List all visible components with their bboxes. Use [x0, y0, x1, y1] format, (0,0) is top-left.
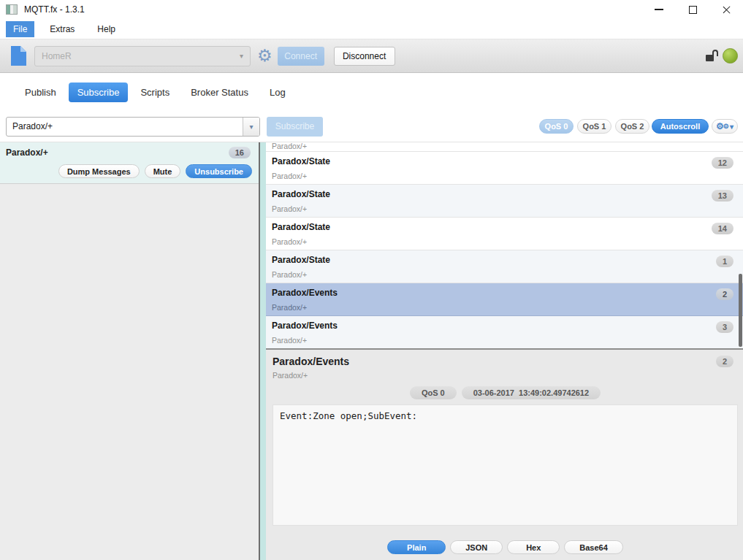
maximize-icon: [689, 6, 697, 14]
detail-topic: Paradox/Events: [273, 356, 349, 367]
minimize-button[interactable]: [642, 0, 676, 19]
message-count-badge: 12: [712, 157, 734, 169]
menu-item-help[interactable]: Help: [90, 21, 123, 37]
message-subtopic: Paradox/+: [272, 270, 737, 279]
qos-button-qos-1[interactable]: QoS 1: [577, 119, 611, 134]
unsubscribe-button[interactable]: Unsubscribe: [186, 164, 252, 178]
message-row[interactable]: Paradox/State13Paradox/+: [266, 185, 743, 218]
message-topic: Paradox/State: [272, 189, 737, 199]
main-area: Paradox/+ 16 Dump Messages Mute Unsubscr…: [0, 142, 743, 560]
profile-value: HomeR: [42, 51, 72, 61]
lock-open-icon: [706, 50, 719, 62]
dump-messages-button[interactable]: Dump Messages: [58, 164, 140, 178]
qos-button-qos-2[interactable]: QoS 2: [615, 119, 649, 134]
message-topic: Paradox/Events: [272, 288, 737, 298]
format-button-json[interactable]: JSON: [450, 540, 503, 554]
subscriptions-panel: Paradox/+ 16 Dump Messages Mute Unsubscr…: [0, 142, 260, 560]
message-topic: Paradox/State: [272, 255, 737, 265]
mqttfx-window: MQTT.fx - 1.3.1 FileExtrasHelp HomeR ▾ ⚙…: [0, 0, 743, 560]
chevron-down-icon: ▾: [730, 123, 734, 131]
message-count-badge: 1: [716, 256, 734, 267]
message-list: Paradox/+Paradox/State12Paradox/+Paradox…: [266, 142, 743, 350]
tab-subscribe[interactable]: Subscribe: [69, 83, 129, 102]
payload-format-buttons: PlainJSONHexBase64: [273, 540, 738, 554]
minimize-icon: [655, 9, 663, 10]
connect-button[interactable]: Connect: [278, 47, 324, 66]
subscription-options-button[interactable]: ⚙⚙▾: [712, 119, 738, 134]
detail-qos-badge: QoS 0: [410, 386, 457, 399]
gear-icon: ⚙: [723, 123, 729, 130]
format-button-plain[interactable]: Plain: [387, 540, 446, 554]
message-count-badge: 3: [716, 321, 734, 333]
close-icon: [722, 5, 731, 15]
mute-button[interactable]: Mute: [145, 164, 181, 178]
subscription-color-stripe: [260, 142, 266, 560]
qos-group: QoS 0QoS 1QoS 2: [539, 119, 649, 134]
title-bar: MQTT.fx - 1.3.1: [0, 0, 743, 19]
message-topic: Paradox/State: [272, 222, 737, 232]
subscription-count-badge: 16: [229, 147, 251, 158]
main-tabs: PublishSubscribeScriptsBroker StatusLog: [0, 73, 743, 111]
message-subtopic: Paradox/+: [272, 336, 737, 345]
chevron-down-icon: ▾: [240, 52, 243, 60]
profile-select[interactable]: HomeR ▾: [34, 46, 251, 66]
maximize-button[interactable]: [676, 0, 709, 19]
message-topic: Paradox/Events: [272, 321, 737, 331]
autoscroll-button[interactable]: Autoscroll: [652, 119, 709, 134]
message-row[interactable]: Paradox/State12Paradox/+: [266, 152, 743, 185]
topic-value: Paradox/+: [7, 118, 243, 136]
message-subtopic: Paradox/+: [272, 172, 737, 180]
message-subtopic: Paradox/+: [272, 142, 307, 150]
window-controls: [642, 0, 743, 19]
subscription-topic: Paradox/+: [6, 147, 48, 158]
subscribe-controls: Paradox/+ ▾ Subscribe QoS 0QoS 1QoS 2 Au…: [0, 111, 743, 142]
payload-text: Event:Zone open;SubEvent:: [273, 404, 738, 526]
message-row[interactable]: Paradox/State14Paradox/+: [266, 218, 743, 250]
disconnect-button[interactable]: Disconnect: [334, 47, 395, 66]
message-count-badge: 13: [712, 190, 734, 202]
topic-input[interactable]: Paradox/+ ▾: [6, 117, 260, 137]
message-row[interactable]: Paradox/Events2Paradox/+: [266, 283, 743, 316]
qos-button-qos-0[interactable]: QoS 0: [539, 119, 574, 134]
new-profile-icon[interactable]: [10, 45, 27, 66]
message-row[interactable]: Paradox/State1Paradox/+: [266, 250, 743, 283]
tab-log[interactable]: Log: [261, 83, 294, 102]
tab-publish[interactable]: Publish: [16, 83, 65, 102]
message-count-badge: 14: [712, 223, 734, 234]
format-button-hex[interactable]: Hex: [507, 540, 560, 554]
message-count-badge: 2: [716, 288, 734, 300]
message-subtopic: Paradox/+: [272, 303, 737, 312]
menu-item-extras[interactable]: Extras: [42, 21, 82, 37]
tab-scripts[interactable]: Scripts: [132, 83, 178, 102]
format-button-base64[interactable]: Base64: [564, 540, 623, 554]
message-subtopic: Paradox/+: [272, 237, 737, 246]
message-topic: Paradox/State: [272, 156, 737, 166]
chevron-down-icon: ▾: [249, 123, 253, 131]
close-button[interactable]: [709, 0, 743, 19]
connection-status-icon: [723, 48, 738, 64]
scrollbar-thumb[interactable]: [739, 274, 742, 347]
app-icon: [6, 4, 18, 15]
subscribe-button[interactable]: Subscribe: [267, 117, 323, 137]
message-detail: Paradox/Events 2 Paradox/+ QoS 0 03-06-2…: [266, 350, 743, 560]
messages-panel: Paradox/+Paradox/State12Paradox/+Paradox…: [266, 142, 743, 560]
menu-bar: FileExtrasHelp: [0, 19, 743, 39]
tab-broker-status[interactable]: Broker Status: [182, 83, 257, 102]
detail-subtopic: Paradox/+: [273, 371, 738, 380]
detail-count-badge: 2: [716, 356, 734, 367]
message-row[interactable]: Paradox/+: [266, 142, 743, 152]
connection-toolbar: HomeR ▾ ⚙ Connect Disconnect: [0, 39, 743, 73]
topic-dropdown-button[interactable]: ▾: [243, 118, 259, 136]
message-row[interactable]: Paradox/Events3Paradox/+: [266, 316, 743, 349]
window-title: MQTT.fx - 1.3.1: [24, 4, 85, 15]
connection-settings-gear-icon[interactable]: ⚙: [257, 47, 273, 64]
menu-item-file[interactable]: File: [6, 21, 34, 37]
message-subtopic: Paradox/+: [272, 204, 737, 213]
detail-timestamp: 03-06-2017 13:49:02.49742612: [462, 386, 601, 399]
subscription-item[interactable]: Paradox/+ 16 Dump Messages Mute Unsubscr…: [0, 142, 259, 184]
